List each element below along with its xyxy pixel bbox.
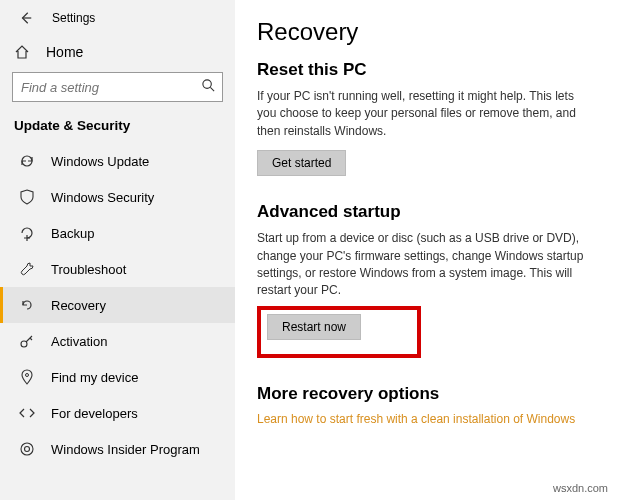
svg-point-1 <box>203 80 211 88</box>
sidebar-item-recovery[interactable]: Recovery <box>0 287 235 323</box>
section-more-title: More recovery options <box>257 384 590 404</box>
sync-icon <box>19 153 35 169</box>
nav-label: Troubleshoot <box>51 262 126 277</box>
section-advanced-desc: Start up from a device or disc (such as … <box>257 230 590 300</box>
location-icon <box>19 369 35 385</box>
sidebar: Settings Home Update & Security Windows … <box>0 0 235 500</box>
nav-label: Windows Insider Program <box>51 442 200 457</box>
key-icon <box>19 333 35 349</box>
home-icon <box>14 44 30 60</box>
backup-icon <box>19 225 35 241</box>
sidebar-item-windows-security[interactable]: Windows Security <box>0 179 235 215</box>
svg-line-2 <box>210 87 214 91</box>
highlight-annotation: Restart now <box>257 306 421 358</box>
nav-label: Find my device <box>51 370 138 385</box>
window-title: Settings <box>52 11 95 25</box>
search-wrap <box>12 72 223 102</box>
titlebar: Settings <box>0 6 235 34</box>
section-reset-title: Reset this PC <box>257 60 590 80</box>
svg-point-4 <box>26 374 29 377</box>
insider-icon <box>19 441 35 457</box>
nav-label: For developers <box>51 406 138 421</box>
sidebar-item-troubleshoot[interactable]: Troubleshoot <box>0 251 235 287</box>
shield-icon <box>19 189 35 205</box>
nav-label: Windows Update <box>51 154 149 169</box>
recovery-icon <box>19 297 35 313</box>
sidebar-item-home[interactable]: Home <box>0 34 235 70</box>
sidebar-item-backup[interactable]: Backup <box>0 215 235 251</box>
nav-label: Recovery <box>51 298 106 313</box>
nav-label: Backup <box>51 226 94 241</box>
restart-now-button[interactable]: Restart now <box>267 314 361 340</box>
nav-label: Windows Security <box>51 190 154 205</box>
sidebar-item-activation[interactable]: Activation <box>0 323 235 359</box>
home-label: Home <box>46 44 83 60</box>
fresh-install-link[interactable]: Learn how to start fresh with a clean in… <box>257 412 590 426</box>
wrench-icon <box>19 261 35 277</box>
sidebar-item-insider[interactable]: Windows Insider Program <box>0 431 235 467</box>
sidebar-item-for-developers[interactable]: For developers <box>0 395 235 431</box>
main-content: Recovery Reset this PC If your PC isn't … <box>235 0 618 500</box>
search-icon <box>201 78 216 96</box>
settings-window: Settings Home Update & Security Windows … <box>0 0 618 500</box>
svg-point-5 <box>21 443 33 455</box>
page-title: Recovery <box>257 18 590 46</box>
search-input[interactable] <box>12 72 223 102</box>
nav-label: Activation <box>51 334 107 349</box>
sidebar-item-find-my-device[interactable]: Find my device <box>0 359 235 395</box>
sidebar-item-windows-update[interactable]: Windows Update <box>0 143 235 179</box>
watermark: wsxdn.com <box>553 482 608 494</box>
back-icon[interactable] <box>18 10 34 26</box>
section-advanced-title: Advanced startup <box>257 202 590 222</box>
category-title: Update & Security <box>0 110 235 143</box>
section-reset-desc: If your PC isn't running well, resetting… <box>257 88 590 140</box>
code-icon <box>19 405 35 421</box>
svg-point-6 <box>25 447 30 452</box>
get-started-button[interactable]: Get started <box>257 150 346 176</box>
